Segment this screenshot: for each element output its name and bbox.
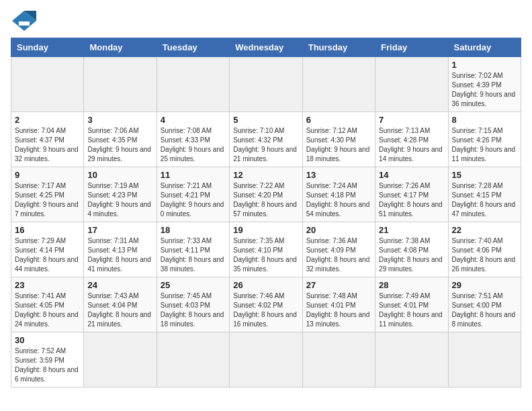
day-info: Sunrise: 7:45 AM Sunset: 4:03 PM Dayligh… bbox=[161, 291, 226, 329]
day-info: Sunrise: 7:35 AM Sunset: 4:10 PM Dayligh… bbox=[233, 236, 298, 274]
calendar-cell: 11Sunrise: 7:21 AM Sunset: 4:21 PM Dayli… bbox=[157, 167, 229, 222]
day-info: Sunrise: 7:21 AM Sunset: 4:21 PM Dayligh… bbox=[161, 181, 226, 219]
calendar-day-header: Sunday bbox=[11, 38, 84, 57]
day-number: 2 bbox=[15, 115, 80, 125]
day-number: 30 bbox=[15, 335, 80, 345]
calendar-cell bbox=[230, 57, 302, 112]
day-number: 28 bbox=[379, 280, 444, 290]
day-info: Sunrise: 7:06 AM Sunset: 4:35 PM Dayligh… bbox=[87, 126, 152, 164]
svg-rect-3 bbox=[19, 19, 30, 21]
day-number: 23 bbox=[15, 280, 80, 290]
calendar-cell: 3Sunrise: 7:06 AM Sunset: 4:35 PM Daylig… bbox=[84, 112, 157, 167]
calendar-cell bbox=[375, 57, 448, 112]
day-info: Sunrise: 7:04 AM Sunset: 4:37 PM Dayligh… bbox=[15, 126, 80, 164]
calendar-day-header: Monday bbox=[84, 38, 157, 57]
day-number: 15 bbox=[452, 170, 517, 180]
day-number: 10 bbox=[87, 170, 152, 180]
day-info: Sunrise: 7:52 AM Sunset: 3:59 PM Dayligh… bbox=[15, 347, 80, 384]
calendar-cell: 15Sunrise: 7:28 AM Sunset: 4:15 PM Dayli… bbox=[448, 167, 521, 222]
day-info: Sunrise: 7:38 AM Sunset: 4:08 PM Dayligh… bbox=[379, 236, 444, 274]
day-info: Sunrise: 7:10 AM Sunset: 4:32 PM Dayligh… bbox=[233, 126, 298, 164]
calendar-cell: 16Sunrise: 7:29 AM Sunset: 4:14 PM Dayli… bbox=[11, 222, 84, 277]
calendar-day-header: Wednesday bbox=[230, 38, 302, 57]
calendar-cell: 19Sunrise: 7:35 AM Sunset: 4:10 PM Dayli… bbox=[230, 222, 302, 277]
day-number: 14 bbox=[379, 170, 444, 180]
calendar-cell: 22Sunrise: 7:40 AM Sunset: 4:06 PM Dayli… bbox=[448, 222, 521, 277]
calendar-cell: 8Sunrise: 7:15 AM Sunset: 4:26 PM Daylig… bbox=[448, 112, 521, 167]
calendar-cell: 10Sunrise: 7:19 AM Sunset: 4:23 PM Dayli… bbox=[84, 167, 157, 222]
day-info: Sunrise: 7:40 AM Sunset: 4:06 PM Dayligh… bbox=[452, 236, 517, 274]
day-number: 21 bbox=[379, 225, 444, 235]
day-number: 29 bbox=[452, 280, 517, 290]
day-number: 22 bbox=[452, 225, 517, 235]
day-number: 16 bbox=[15, 225, 80, 235]
day-number: 12 bbox=[233, 170, 298, 180]
calendar-cell bbox=[84, 57, 157, 112]
calendar-cell: 4Sunrise: 7:08 AM Sunset: 4:33 PM Daylig… bbox=[157, 112, 229, 167]
calendar-cell: 26Sunrise: 7:46 AM Sunset: 4:02 PM Dayli… bbox=[230, 277, 302, 332]
calendar-day-header: Friday bbox=[375, 38, 448, 57]
day-number: 5 bbox=[233, 115, 298, 125]
calendar-week-row: 9Sunrise: 7:17 AM Sunset: 4:25 PM Daylig… bbox=[11, 167, 521, 222]
day-info: Sunrise: 7:33 AM Sunset: 4:11 PM Dayligh… bbox=[161, 236, 226, 274]
calendar-cell: 17Sunrise: 7:31 AM Sunset: 4:13 PM Dayli… bbox=[84, 222, 157, 277]
calendar-cell: 6Sunrise: 7:12 AM Sunset: 4:30 PM Daylig… bbox=[302, 112, 375, 167]
day-number: 4 bbox=[161, 115, 226, 125]
calendar-cell: 18Sunrise: 7:33 AM Sunset: 4:11 PM Dayli… bbox=[157, 222, 229, 277]
day-info: Sunrise: 7:12 AM Sunset: 4:30 PM Dayligh… bbox=[306, 126, 371, 164]
day-number: 18 bbox=[161, 225, 226, 235]
day-info: Sunrise: 7:29 AM Sunset: 4:14 PM Dayligh… bbox=[15, 236, 80, 274]
calendar-week-row: 30Sunrise: 7:52 AM Sunset: 3:59 PM Dayli… bbox=[11, 332, 521, 387]
day-number: 3 bbox=[87, 115, 152, 125]
day-info: Sunrise: 7:46 AM Sunset: 4:02 PM Dayligh… bbox=[233, 291, 298, 329]
calendar-table: SundayMondayTuesdayWednesdayThursdayFrid… bbox=[11, 38, 521, 387]
day-info: Sunrise: 7:28 AM Sunset: 4:15 PM Dayligh… bbox=[452, 181, 517, 219]
calendar-cell bbox=[302, 332, 375, 387]
day-number: 7 bbox=[379, 115, 444, 125]
day-info: Sunrise: 7:41 AM Sunset: 4:05 PM Dayligh… bbox=[15, 291, 80, 329]
calendar-week-row: 16Sunrise: 7:29 AM Sunset: 4:14 PM Dayli… bbox=[11, 222, 521, 277]
day-info: Sunrise: 7:02 AM Sunset: 4:39 PM Dayligh… bbox=[452, 71, 517, 109]
calendar-cell: 29Sunrise: 7:51 AM Sunset: 4:00 PM Dayli… bbox=[448, 277, 521, 332]
calendar-day-header: Tuesday bbox=[157, 38, 229, 57]
logo-icon bbox=[12, 11, 36, 31]
calendar-cell bbox=[157, 332, 229, 387]
day-info: Sunrise: 7:43 AM Sunset: 4:04 PM Dayligh… bbox=[87, 291, 152, 329]
day-number: 17 bbox=[87, 225, 152, 235]
calendar-cell bbox=[302, 57, 375, 112]
day-number: 24 bbox=[87, 280, 152, 290]
day-number: 19 bbox=[233, 225, 298, 235]
logo bbox=[11, 11, 36, 31]
calendar-cell: 9Sunrise: 7:17 AM Sunset: 4:25 PM Daylig… bbox=[11, 167, 84, 222]
day-info: Sunrise: 7:17 AM Sunset: 4:25 PM Dayligh… bbox=[15, 181, 80, 219]
calendar-cell: 13Sunrise: 7:24 AM Sunset: 4:18 PM Dayli… bbox=[302, 167, 375, 222]
calendar-cell: 27Sunrise: 7:48 AM Sunset: 4:01 PM Dayli… bbox=[302, 277, 375, 332]
calendar-week-row: 23Sunrise: 7:41 AM Sunset: 4:05 PM Dayli… bbox=[11, 277, 521, 332]
day-info: Sunrise: 7:31 AM Sunset: 4:13 PM Dayligh… bbox=[87, 236, 152, 274]
calendar-week-row: 1Sunrise: 7:02 AM Sunset: 4:39 PM Daylig… bbox=[11, 57, 521, 112]
calendar-cell: 12Sunrise: 7:22 AM Sunset: 4:20 PM Dayli… bbox=[230, 167, 302, 222]
day-info: Sunrise: 7:08 AM Sunset: 4:33 PM Dayligh… bbox=[161, 126, 226, 164]
calendar-cell: 25Sunrise: 7:45 AM Sunset: 4:03 PM Dayli… bbox=[157, 277, 229, 332]
calendar-cell: 1Sunrise: 7:02 AM Sunset: 4:39 PM Daylig… bbox=[448, 57, 521, 112]
calendar-cell: 14Sunrise: 7:26 AM Sunset: 4:17 PM Dayli… bbox=[375, 167, 448, 222]
calendar-cell: 28Sunrise: 7:49 AM Sunset: 4:01 PM Dayli… bbox=[375, 277, 448, 332]
day-info: Sunrise: 7:36 AM Sunset: 4:09 PM Dayligh… bbox=[306, 236, 371, 274]
calendar-cell: 21Sunrise: 7:38 AM Sunset: 4:08 PM Dayli… bbox=[375, 222, 448, 277]
day-info: Sunrise: 7:48 AM Sunset: 4:01 PM Dayligh… bbox=[306, 291, 371, 329]
day-number: 8 bbox=[452, 115, 517, 125]
calendar-cell: 5Sunrise: 7:10 AM Sunset: 4:32 PM Daylig… bbox=[230, 112, 302, 167]
calendar-day-header: Saturday bbox=[448, 38, 521, 57]
calendar-cell: 20Sunrise: 7:36 AM Sunset: 4:09 PM Dayli… bbox=[302, 222, 375, 277]
day-info: Sunrise: 7:22 AM Sunset: 4:20 PM Dayligh… bbox=[233, 181, 298, 219]
day-number: 11 bbox=[161, 170, 226, 180]
day-number: 1 bbox=[452, 60, 517, 70]
day-info: Sunrise: 7:13 AM Sunset: 4:28 PM Dayligh… bbox=[379, 126, 444, 164]
day-number: 25 bbox=[161, 280, 226, 290]
calendar-cell: 2Sunrise: 7:04 AM Sunset: 4:37 PM Daylig… bbox=[11, 112, 84, 167]
calendar-cell bbox=[230, 332, 302, 387]
calendar-cell: 24Sunrise: 7:43 AM Sunset: 4:04 PM Dayli… bbox=[84, 277, 157, 332]
calendar-header-row: SundayMondayTuesdayWednesdayThursdayFrid… bbox=[11, 38, 521, 57]
calendar-cell: 30Sunrise: 7:52 AM Sunset: 3:59 PM Dayli… bbox=[11, 332, 84, 387]
day-number: 27 bbox=[306, 280, 371, 290]
